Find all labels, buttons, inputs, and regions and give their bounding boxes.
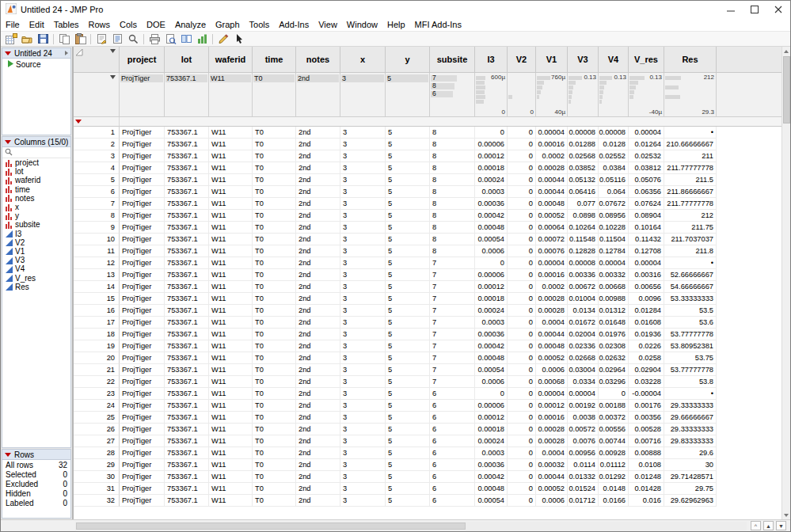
menu-doe[interactable]: DOE [142, 20, 170, 29]
menu-cols[interactable]: Cols [115, 20, 142, 29]
cell-v1[interactable]: 0.00016 [536, 139, 568, 150]
cell-time[interactable]: T0 [253, 400, 296, 412]
cell-waferid[interactable]: W11 [209, 293, 253, 305]
cell-y[interactable]: 5 [386, 174, 430, 186]
cell-v4[interactable]: 0.00008 [599, 127, 629, 139]
column-header-y[interactable]: y [386, 47, 430, 73]
cell-lot[interactable]: 753367.1 [165, 257, 209, 269]
cell-subsite[interactable]: 6 [430, 424, 475, 435]
cell-v3[interactable]: 0.03852 [568, 162, 599, 174]
table-row[interactable]: 10ProjTiger753367.1W11T02nd3580.0005400.… [74, 234, 781, 245]
cell-i3[interactable]: 0.00018 [475, 293, 508, 305]
cell-x[interactable]: 3 [340, 162, 386, 174]
cell-project[interactable]: ProjTiger [120, 495, 165, 507]
cell-notes[interactable]: 2nd [296, 245, 340, 257]
cell-time[interactable]: T0 [253, 222, 296, 234]
cell-time[interactable]: T0 [253, 447, 296, 459]
cell-v1[interactable]: 0.00004 [536, 388, 568, 400]
cell-waferid[interactable]: W11 [209, 234, 253, 245]
cell-v1[interactable]: 0.00052 [536, 483, 568, 495]
column-header-i3[interactable]: I3 [475, 47, 508, 73]
cell-i3[interactable]: 0.00024 [475, 435, 508, 447]
cell-notes[interactable]: 2nd [296, 376, 340, 388]
cell-v3[interactable]: 0.00336 [568, 269, 599, 281]
cell-y[interactable]: 5 [386, 150, 430, 162]
cell-i3[interactable]: 0.00036 [475, 329, 508, 340]
cell-y[interactable]: 5 [386, 305, 430, 317]
cell-v2[interactable]: 0 [508, 150, 536, 162]
cell-x[interactable]: 3 [340, 281, 386, 293]
cell-notes[interactable]: 2nd [296, 174, 340, 186]
cell-y[interactable]: 5 [386, 186, 430, 198]
cell-time[interactable]: T0 [253, 435, 296, 447]
cell-res[interactable]: 29.66666667 [664, 412, 717, 424]
cell-res[interactable]: 53.77777778 [664, 329, 717, 340]
cell-v2[interactable]: 0 [508, 234, 536, 245]
cell-lot[interactable]: 753367.1 [165, 329, 209, 340]
cell-res[interactable]: 53.33333333 [664, 293, 717, 305]
cell-i3[interactable]: 0.00048 [475, 483, 508, 495]
menu-help[interactable]: Help [382, 20, 410, 29]
cell-v-res[interactable]: 0.00528 [629, 424, 664, 435]
cell-v4[interactable]: 0.03296 [599, 376, 629, 388]
cell-subsite[interactable]: 7 [430, 376, 475, 388]
cell-subsite[interactable]: 6 [430, 435, 475, 447]
table-row[interactable]: 16ProjTiger753367.1W11T02nd3570.0002400.… [74, 305, 781, 317]
menu-view[interactable]: View [314, 20, 342, 29]
cell-v1[interactable]: 0.00052 [536, 210, 568, 222]
cell-i3[interactable]: 0.00018 [475, 162, 508, 174]
cell-notes[interactable]: 2nd [296, 495, 340, 507]
row-number[interactable]: 31 [74, 483, 120, 495]
cell-x[interactable]: 3 [340, 269, 386, 281]
cell-notes[interactable]: 2nd [296, 471, 340, 483]
table-corner[interactable] [74, 47, 120, 73]
table-row[interactable]: 13ProjTiger753367.1W11T02nd3570.0000600.… [74, 269, 781, 281]
cell-v1[interactable]: 0.00044 [536, 471, 568, 483]
cell-v2[interactable]: 0 [508, 376, 536, 388]
cell-notes[interactable]: 2nd [296, 186, 340, 198]
cell-v-res[interactable]: 0.0226 [629, 340, 664, 352]
row-number[interactable]: 25 [74, 412, 120, 424]
cell-v3[interactable]: 0.12828 [568, 245, 599, 257]
cell-res[interactable]: 29.75 [664, 483, 717, 495]
cell-v4[interactable]: 0.02552 [599, 150, 629, 162]
cell-notes[interactable]: 2nd [296, 400, 340, 412]
cell-subsite[interactable]: 7 [430, 293, 475, 305]
cell-v1[interactable]: 0.00028 [536, 424, 568, 435]
cell-lot[interactable]: 753367.1 [165, 305, 209, 317]
row-number[interactable]: 26 [74, 424, 120, 435]
cell-project[interactable]: ProjTiger [120, 388, 165, 400]
cell-v4[interactable]: 0.00668 [599, 281, 629, 293]
cell-res[interactable]: 211.77777778 [664, 198, 717, 210]
row-number[interactable]: 19 [74, 340, 120, 352]
table-row[interactable]: 30ProjTiger753367.1W11T02nd3560.0004200.… [74, 471, 781, 483]
menu-mfi-add-ins[interactable]: MFI Add-Ins [410, 20, 466, 29]
menu-rows[interactable]: Rows [84, 20, 116, 29]
cell-time[interactable]: T0 [253, 150, 296, 162]
cell-v4[interactable]: 0.01292 [599, 471, 629, 483]
menu-tables[interactable]: Tables [49, 20, 84, 29]
cell-res[interactable]: 53.8 [664, 376, 717, 388]
cell-v1[interactable]: 0.0004 [536, 317, 568, 329]
cell-x[interactable]: 3 [340, 257, 386, 269]
cell-y[interactable]: 5 [386, 139, 430, 150]
cell-v3[interactable]: 0.0334 [568, 376, 599, 388]
selection-tool-button[interactable] [231, 32, 247, 46]
cell-y[interactable]: 5 [386, 424, 430, 435]
cell-v3[interactable]: 0.02568 [568, 150, 599, 162]
cell-v3[interactable]: 0.00672 [568, 281, 599, 293]
cell-v2[interactable]: 0 [508, 174, 536, 186]
column-item-waferid[interactable]: waferid [2, 176, 70, 184]
vertical-scrollbar-thumb[interactable] [783, 56, 790, 124]
cell-res[interactable]: 30 [664, 459, 717, 471]
cell-i3[interactable]: 0.00036 [475, 198, 508, 210]
columns-menu-icon[interactable] [110, 49, 116, 54]
cell-waferid[interactable]: W11 [209, 139, 253, 150]
column-header-subsite[interactable]: subsite [430, 47, 475, 73]
cell-v-res[interactable]: 0.01428 [629, 483, 664, 495]
cell-res[interactable]: 211.8 [664, 245, 717, 257]
cell-v2[interactable]: 0 [508, 293, 536, 305]
cell-x[interactable]: 3 [340, 376, 386, 388]
cell-x[interactable]: 3 [340, 424, 386, 435]
cell-project[interactable]: ProjTiger [120, 245, 165, 257]
